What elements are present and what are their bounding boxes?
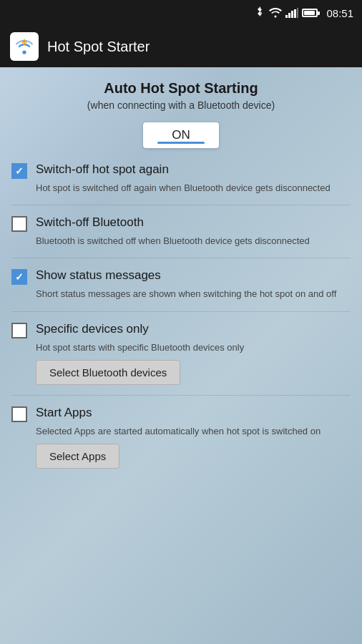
label-specific-devices: Specific devices only xyxy=(36,322,351,336)
desc-show-status-messages: Short status messages are shown when swi… xyxy=(36,288,351,301)
page-title: Auto Hot Spot Starting xyxy=(11,80,351,97)
desc-start-apps: Selected Apps are started automatically … xyxy=(36,425,351,438)
page-subtitle: (when connecting with a Bluetooth device… xyxy=(11,99,351,111)
label-switch-off-bluetooth: Switch-off Bluetooth xyxy=(36,215,351,230)
setting-row: Show status messages xyxy=(11,268,351,285)
divider-1 xyxy=(11,205,351,205)
select-bluetooth-devices-button[interactable]: Select Bluetooth devices xyxy=(36,360,180,385)
setting-row: Switch-off hot spot again xyxy=(11,162,351,179)
label-switch-off-hotspot: Switch-off hot spot again xyxy=(36,162,351,177)
svg-rect-4 xyxy=(297,8,298,18)
label-show-status-messages: Show status messages xyxy=(36,268,351,283)
divider-3 xyxy=(11,311,351,312)
desc-specific-devices: Hot spot starts with specific Bluetooth … xyxy=(36,341,351,354)
setting-row: Switch-off Bluetooth xyxy=(11,215,351,232)
setting-switch-off-bluetooth: Switch-off Bluetooth Bluetooth is switch… xyxy=(11,215,351,248)
toggle-container[interactable]: ON xyxy=(11,122,351,148)
checkbox-specific-devices[interactable] xyxy=(11,323,27,338)
wifi-icon xyxy=(269,8,282,18)
app-icon xyxy=(10,32,39,61)
bluetooth-icon xyxy=(255,6,265,19)
setting-start-apps: Start Apps Selected Apps are started aut… xyxy=(11,406,351,469)
divider-4 xyxy=(11,395,351,396)
status-icons xyxy=(255,6,318,19)
status-time: 08:51 xyxy=(326,7,353,19)
checkbox-switch-off-hotspot[interactable] xyxy=(11,163,27,179)
setting-switch-off-hotspot: Switch-off hot spot again Hot spot is sw… xyxy=(11,162,351,195)
svg-rect-5 xyxy=(11,34,37,59)
status-bar: 08:51 xyxy=(0,0,362,26)
checkbox-start-apps[interactable] xyxy=(11,406,27,422)
battery-icon xyxy=(302,9,318,17)
divider-2 xyxy=(11,258,351,258)
svg-rect-0 xyxy=(285,15,288,18)
setting-row: Specific devices only xyxy=(11,322,351,338)
on-off-toggle[interactable]: ON xyxy=(143,122,219,148)
setting-row: Start Apps xyxy=(11,406,351,422)
select-apps-button[interactable]: Select Apps xyxy=(36,444,119,469)
svg-rect-1 xyxy=(288,13,290,18)
desc-switch-off-bluetooth: Bluetooth is switched off when Bluetooth… xyxy=(36,235,351,248)
main-content: Auto Hot Spot Starting (when connecting … xyxy=(0,67,362,644)
label-start-apps: Start Apps xyxy=(36,406,351,420)
svg-rect-2 xyxy=(291,11,293,18)
setting-specific-devices: Specific devices only Hot spot starts wi… xyxy=(11,322,351,385)
checkbox-switch-off-bluetooth[interactable] xyxy=(11,216,27,232)
setting-show-status-messages: Show status messages Short status messag… xyxy=(11,268,351,301)
checkbox-show-status-messages[interactable] xyxy=(11,269,27,285)
app-title: Hot Spot Starter xyxy=(47,39,150,55)
desc-switch-off-hotspot: Hot spot is switched off again when Blue… xyxy=(36,182,351,195)
title-bar: Hot Spot Starter xyxy=(0,26,362,67)
signal-icon xyxy=(285,8,298,18)
svg-rect-3 xyxy=(294,9,296,18)
